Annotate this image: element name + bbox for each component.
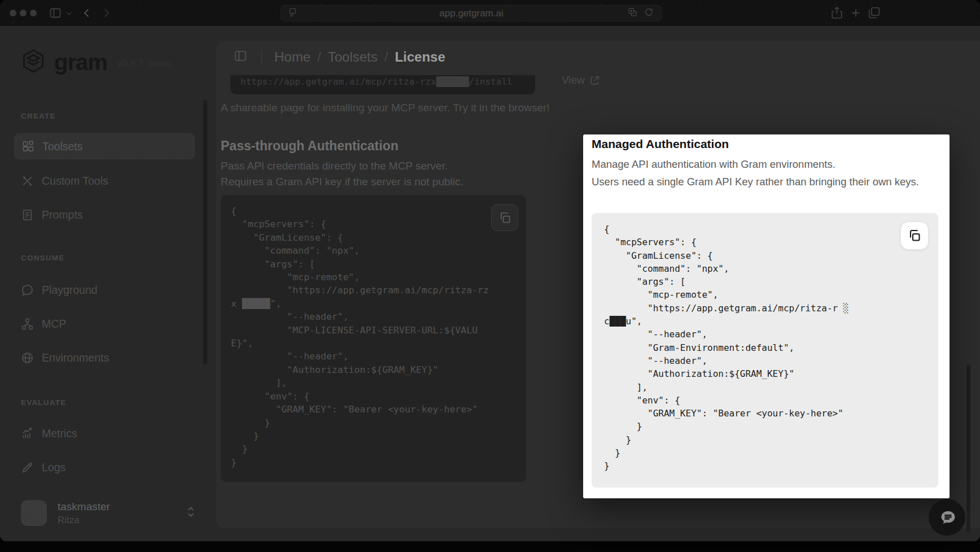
sidebar-item-custom-tools[interactable]: Custom Tools	[14, 168, 195, 194]
user-switcher[interactable]: taskmaster Ritza	[21, 500, 196, 526]
close-window-button[interactable]	[10, 10, 16, 16]
chevron-up-down-icon	[186, 505, 196, 521]
reload-icon[interactable]	[644, 7, 654, 19]
sidebar-item-prompts[interactable]: Prompts	[14, 202, 195, 228]
custom-tools-icon	[21, 175, 34, 188]
prompts-icon	[21, 208, 34, 221]
install-url-field[interactable]: https://app.getgram.ai/mcp/ritza-rzx████…	[230, 75, 535, 94]
user-name: taskmaster	[58, 501, 110, 513]
breadcrumb: Home / Toolsets / License	[274, 49, 445, 65]
sidebar-item-playground[interactable]: Playground	[14, 277, 195, 303]
sidebar-item-metrics[interactable]: Metrics	[14, 420, 195, 446]
chevron-down-icon[interactable]	[65, 10, 73, 17]
breadcrumb-row: Home / Toolsets / License	[216, 47, 445, 67]
toolbar-sidebar-icon[interactable]	[49, 6, 62, 20]
copy-icon	[498, 211, 511, 224]
brand[interactable]: gram v0.8.7 (beta)	[20, 49, 171, 76]
window-scrollbar-thumb[interactable]	[966, 364, 970, 533]
sidebar: gram v0.8.7 (beta) CREATE Toolsets Custo…	[0, 26, 203, 541]
sidebar-scrollbar-thumb[interactable]	[203, 100, 207, 364]
sidebar-item-label: Prompts	[42, 208, 83, 221]
browser-chrome: app.getgram.ai	[0, 0, 980, 26]
pencil-icon	[21, 461, 34, 474]
chat-widget-button[interactable]	[929, 499, 965, 536]
brand-version: v0.8.7 (beta)	[117, 55, 171, 69]
passthrough-code-block: { "mcpServers": { "GramLicense": { "comm…	[221, 195, 526, 482]
managed-auth-desc-1: Manage API authentication with Gram envi…	[592, 158, 835, 170]
forward-icon[interactable]	[99, 6, 113, 20]
breadcrumb-current: License	[395, 49, 445, 65]
breadcrumb-home[interactable]: Home	[274, 49, 310, 65]
share-icon[interactable]	[830, 6, 844, 20]
metrics-icon	[21, 427, 34, 440]
brand-name: gram	[54, 50, 107, 75]
tab-overview-icon[interactable]	[867, 6, 881, 20]
passthrough-title: Pass-through Authentication	[221, 138, 399, 154]
share-note: A shareable page for installing your MCP…	[221, 102, 550, 114]
passthrough-desc-1: Pass API credentials directly to the MCP…	[221, 160, 448, 172]
breadcrumb-separator: /	[317, 49, 321, 65]
nav-section-consume: CONSUME	[21, 254, 64, 262]
back-icon[interactable]	[80, 6, 94, 20]
sidebar-item-label: MCP	[42, 318, 66, 331]
zoom-window-button[interactable]	[30, 10, 37, 16]
install-url-text: https://app.getgram.ai/mcp/ritza-rzx████…	[240, 76, 513, 87]
chat-bubble-icon	[937, 507, 957, 528]
sidebar-item-toolsets[interactable]: Toolsets	[14, 133, 195, 159]
copy-button[interactable]	[900, 221, 929, 250]
passthrough-code[interactable]: { "mcpServers": { "GramLicense": { "comm…	[221, 195, 526, 479]
managed-auth-title: Managed Authentication	[592, 137, 729, 151]
screenshot-stage: app.getgram.ai	[0, 0, 980, 552]
sidebar-item-label: Metrics	[42, 427, 77, 440]
sidebar-item-label: Environments	[42, 351, 109, 364]
managed-auth-desc-2: Users need a single Gram API Key rather …	[592, 176, 919, 188]
managed-auth-code-block: { "mcpServers": { "GramLicense": { "comm…	[592, 213, 938, 488]
address-bar[interactable]: app.getgram.ai	[281, 5, 662, 21]
network-icon	[21, 318, 34, 331]
view-label: View	[562, 75, 585, 86]
chat-bubble-icon	[21, 284, 34, 297]
managed-auth-panel: Managed Authentication Manage API authen…	[583, 134, 950, 498]
toolsets-icon	[21, 140, 34, 153]
managed-auth-code[interactable]: { "mcpServers": { "GramLicense": { "comm…	[592, 213, 938, 483]
passthrough-desc-2: Requires a Gram API key if the server is…	[221, 176, 463, 188]
url-text: app.getgram.ai	[281, 8, 662, 19]
user-org: Ritza	[58, 515, 110, 526]
sidebar-item-label: Logs	[42, 461, 65, 474]
sidebar-item-environments[interactable]: Environments	[14, 345, 195, 371]
view-button[interactable]: View	[562, 75, 600, 86]
copy-icon	[908, 229, 921, 242]
copy-button[interactable]	[491, 204, 518, 231]
sidebar-toggle-icon[interactable]	[233, 49, 248, 66]
sidebar-item-label: Toolsets	[42, 140, 83, 153]
external-link-icon	[589, 75, 600, 86]
nav-section-evaluate: EVALUATE	[21, 398, 66, 407]
sidebar-item-mcp[interactable]: MCP	[14, 311, 195, 337]
sidebar-item-label: Playground	[42, 284, 98, 297]
translate-icon[interactable]	[628, 7, 637, 19]
globe-icon	[21, 351, 34, 364]
traffic-lights	[10, 10, 37, 16]
breadcrumb-separator: /	[384, 49, 388, 65]
sidebar-item-label: Custom Tools	[42, 175, 108, 188]
breadcrumb-toolsets[interactable]: Toolsets	[328, 49, 378, 65]
avatar	[21, 500, 47, 526]
sidebar-item-logs[interactable]: Logs	[14, 454, 195, 480]
new-tab-icon[interactable]	[850, 7, 862, 19]
gram-logo-icon	[20, 49, 46, 76]
minimize-window-button[interactable]	[20, 10, 27, 16]
managed-auth-desc: Manage API authentication with Gram envi…	[592, 156, 938, 190]
divider	[261, 50, 262, 64]
nav-section-create: CREATE	[21, 112, 56, 120]
